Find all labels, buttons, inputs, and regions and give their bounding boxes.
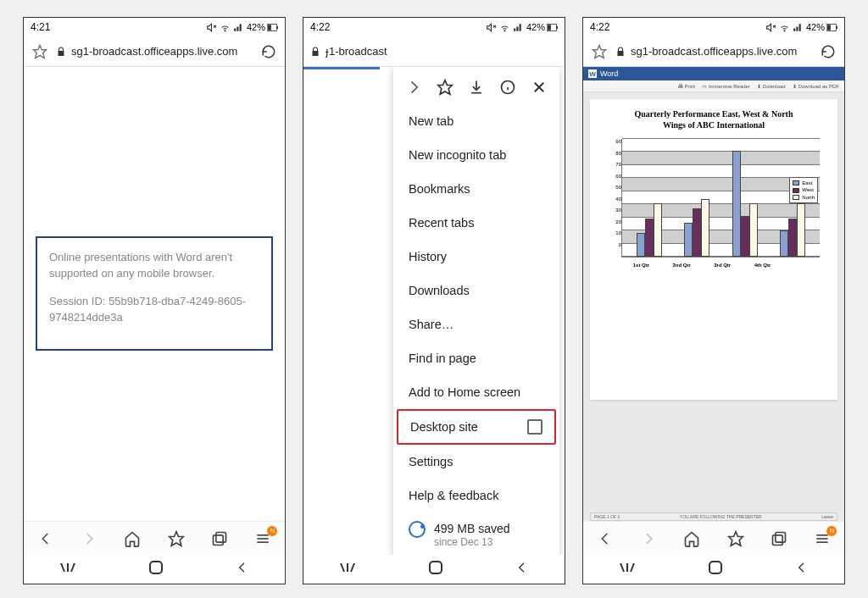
bookmark-star-icon[interactable] (590, 42, 609, 61)
sys-home-icon[interactable] (428, 560, 443, 579)
nav-forward-icon[interactable] (638, 529, 659, 549)
toolbar-print[interactable]: 🖶 Print (678, 84, 695, 89)
desktop-site-checkbox[interactable] (527, 419, 542, 435)
nav-bookmark-icon[interactable] (166, 529, 186, 549)
nav-forward-icon[interactable] (79, 529, 99, 549)
word-app-label: Word (600, 69, 618, 78)
battery-icon (826, 22, 837, 33)
toolbar-pdf[interactable]: ⬇ Download as PDF (793, 83, 839, 89)
toolbar-immersive[interactable]: ▭ Immersive Reader (702, 83, 750, 89)
phone-screenshot-2: 4:22 42% ɟ1-broadcast (303, 17, 565, 584)
system-nav (24, 555, 285, 584)
nav-tabs-icon[interactable] (209, 529, 230, 549)
menu-star-icon[interactable] (437, 79, 453, 96)
toolbar-download[interactable]: ⬇ Download (757, 83, 786, 89)
sys-recents-icon[interactable] (59, 562, 76, 577)
menu-action-row (393, 70, 559, 104)
address-bar[interactable]: sg1-broadcast.officeapps.live.com (24, 36, 285, 67)
menu-item-find[interactable]: Find in page (393, 341, 559, 375)
menu-item-downloads[interactable]: Downloads (393, 274, 559, 307)
sys-back-icon[interactable] (795, 561, 809, 578)
svg-point-19 (504, 30, 505, 30)
status-indicators: 42% (486, 22, 558, 33)
menu-forward-icon[interactable] (405, 79, 422, 96)
menu-download-icon[interactable] (468, 79, 485, 96)
system-nav (303, 555, 565, 584)
page-count: PAGE 1 OF 1 (594, 514, 620, 519)
svg-rect-8 (216, 532, 226, 542)
menu-item-history[interactable]: History (393, 240, 559, 274)
svg-rect-51 (709, 562, 721, 573)
menu-item-recent-tabs[interactable]: Recent tabs (393, 206, 559, 240)
page-content: Online presentations with Word aren't su… (24, 67, 285, 521)
document-background: PAGE 1 OF 1 YOU ARE FOLLOWING THE PRESEN… (583, 400, 844, 521)
status-bar: 4:21 42% (24, 18, 285, 36)
menu-item-share[interactable]: Share… (393, 307, 559, 341)
status-bar: 4:22 42% (583, 18, 844, 36)
reload-icon[interactable] (259, 42, 278, 61)
nav-back-icon[interactable] (36, 529, 56, 549)
address-bar[interactable]: sg1-broadcast.officeapps.live.com (583, 36, 844, 67)
sys-back-icon[interactable] (236, 561, 249, 578)
url-display[interactable]: ɟ1-broadcast (310, 45, 558, 58)
lock-icon (56, 47, 66, 57)
svg-rect-43 (776, 532, 786, 542)
error-text-line1: Online presentations with Word aren't su… (49, 250, 259, 282)
nav-badge: N (267, 526, 277, 536)
embedded-chart: 9080706050403020100 EastWestNorth 1st Qt… (608, 139, 820, 257)
menu-item-incognito[interactable]: New incognito tab (393, 138, 559, 172)
sys-home-icon[interactable] (148, 560, 164, 579)
url-display[interactable]: sg1-broadcast.officeapps.live.com (56, 45, 253, 58)
lock-icon (615, 47, 626, 57)
svg-point-37 (784, 30, 785, 30)
url-display[interactable]: sg1-broadcast.officeapps.live.com (615, 45, 812, 58)
menu-items: New tab New incognito tab Bookmarks Rece… (393, 104, 559, 512)
sys-recents-icon[interactable] (339, 562, 356, 577)
word-status-bar: PAGE 1 OF 1 YOU ARE FOLLOWING THE PRESEN… (590, 512, 837, 521)
nav-home-icon[interactable] (682, 529, 702, 549)
leave-link[interactable]: Leave (821, 514, 833, 519)
svg-line-15 (71, 563, 75, 572)
data-saved-amount: 499 MB saved (434, 521, 510, 536)
menu-item-settings[interactable]: Settings (393, 445, 559, 479)
menu-item-add-home[interactable]: Add to Home screen (393, 375, 559, 409)
word-title-bar: W Word (583, 67, 844, 80)
address-bar[interactable]: ɟ1-broadcast (303, 36, 565, 67)
svg-rect-9 (213, 534, 223, 545)
reload-icon[interactable] (819, 42, 837, 61)
nav-menu-icon[interactable]: N (253, 529, 273, 549)
menu-item-desktop-site[interactable]: Desktop site (397, 409, 556, 445)
svg-marker-23 (438, 80, 453, 95)
svg-line-48 (620, 563, 624, 572)
following-presenter: YOU ARE FOLLOWING THE PRESENTER (680, 514, 762, 519)
nav-bookmark-icon[interactable] (726, 529, 746, 549)
svg-marker-42 (728, 531, 743, 545)
menu-info-icon[interactable] (499, 79, 516, 96)
word-toolbar: 🖶 Print ▭ Immersive Reader ⬇ Download ⬇ … (583, 80, 844, 92)
nav-back-icon[interactable] (595, 529, 615, 549)
sys-back-icon[interactable] (515, 561, 529, 578)
svg-line-33 (351, 563, 354, 572)
svg-line-31 (341, 563, 344, 572)
menu-close-icon[interactable] (531, 79, 548, 96)
menu-item-new-tab[interactable]: New tab (393, 104, 559, 138)
signal-icon (513, 22, 524, 33)
data-saver-icon (409, 521, 426, 538)
nav-badge: N (826, 526, 837, 536)
svg-rect-4 (276, 25, 278, 28)
battery-indicator: 42% (247, 22, 278, 33)
nav-menu-icon[interactable]: N (812, 529, 832, 549)
sys-recents-icon[interactable] (619, 562, 636, 577)
nav-tabs-icon[interactable] (769, 529, 789, 549)
sys-home-icon[interactable] (708, 560, 723, 579)
menu-item-help[interactable]: Help & feedback (393, 479, 559, 512)
signal-icon (233, 22, 244, 33)
signal-icon (793, 22, 804, 33)
nav-home-icon[interactable] (122, 529, 142, 549)
word-logo-icon: W (588, 69, 597, 78)
document-page: Quarterly Performance East, West & North… (590, 99, 837, 400)
bookmark-star-icon[interactable] (31, 42, 49, 61)
menu-item-bookmarks[interactable]: Bookmarks (393, 172, 559, 206)
menu-data-saved[interactable]: 499 MB saved since Dec 13 (393, 512, 559, 553)
mute-icon (486, 22, 497, 33)
